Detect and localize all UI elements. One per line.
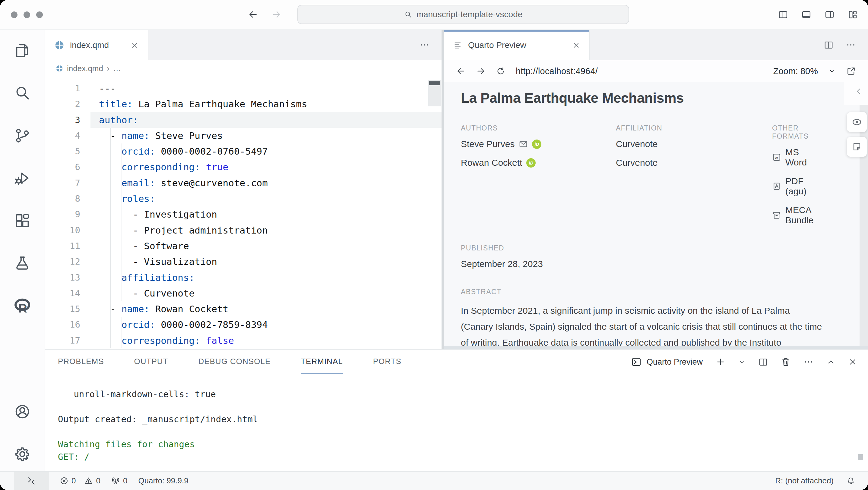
tab-problems[interactable]: PROBLEMS: [58, 350, 104, 374]
toggle-secondary-sidebar-icon[interactable]: [825, 10, 835, 20]
author-name: Rowan Cockett: [461, 158, 522, 168]
code-line[interactable]: corresponding: false: [91, 333, 441, 348]
new-terminal-icon[interactable]: [715, 357, 726, 367]
toggle-sidebar-icon[interactable]: [778, 10, 788, 20]
breadcrumb-more[interactable]: …: [113, 64, 121, 73]
panel-more-actions-icon[interactable]: [803, 357, 814, 367]
code-line[interactable]: email: steve@curvenote.com: [91, 175, 441, 191]
breadcrumb-file[interactable]: index.qmd: [67, 64, 103, 73]
r-session-status[interactable]: R: (not attached): [775, 476, 834, 486]
ports-status[interactable]: 0: [111, 476, 127, 486]
quarto-version-status[interactable]: Quarto: 99.9.9: [138, 476, 188, 486]
settings-gear-icon[interactable]: [14, 446, 31, 463]
more-actions-icon[interactable]: [846, 40, 856, 50]
code-line[interactable]: author:: [91, 112, 441, 128]
close-tab-icon[interactable]: [131, 41, 139, 50]
back-arrow-icon[interactable]: [248, 9, 258, 20]
line-number: 7: [45, 175, 91, 191]
code-content[interactable]: ---title: La Palma Earthquake Mechanisms…: [91, 76, 441, 349]
code-line[interactable]: orcid: 0000-0002-7859-8394: [91, 317, 441, 332]
remote-indicator[interactable]: [14, 471, 49, 490]
split-editor-icon[interactable]: [824, 40, 834, 50]
code-line[interactable]: title: La Palma Earthquake Mechanisms: [91, 96, 441, 112]
toggle-panel-icon[interactable]: [801, 10, 811, 20]
run-debug-icon[interactable]: [14, 170, 31, 187]
terminal-instance-label: Quarto Preview: [647, 357, 703, 367]
notifications-bell-icon[interactable]: [846, 477, 855, 486]
tab-index-qmd[interactable]: index.qmd: [45, 30, 148, 60]
format-link[interactable]: PDF (agu): [772, 176, 823, 196]
code-line[interactable]: affiliations:: [91, 270, 441, 285]
note-page-button[interactable]: [847, 137, 867, 157]
tab-quarto-preview[interactable]: Quarto Preview: [444, 30, 590, 60]
customize-layout-icon[interactable]: [848, 10, 858, 20]
preview-back-icon[interactable]: [456, 66, 466, 76]
source-control-icon[interactable]: [14, 127, 31, 144]
tab-output[interactable]: OUTPUT: [134, 350, 168, 374]
r-language-icon[interactable]: R: [13, 297, 31, 315]
email-icon[interactable]: [519, 139, 528, 149]
affiliation-value: Curvenote: [616, 139, 772, 149]
preview-forward-icon[interactable]: [476, 66, 486, 76]
quarto-preview-page: La Palma Earthquake Mechanisms AUTHORS S…: [444, 82, 868, 349]
reload-icon[interactable]: [496, 66, 505, 76]
scrollbar-thumb[interactable]: [429, 81, 440, 85]
code-line[interactable]: roles:: [91, 191, 441, 206]
extensions-icon[interactable]: [14, 212, 31, 229]
code-line[interactable]: - Curvenote: [91, 285, 441, 301]
maximize-panel-chevron-up-icon[interactable]: [826, 357, 835, 366]
editor-split-divider[interactable]: [441, 30, 444, 349]
code-line[interactable]: - Software: [91, 238, 441, 254]
editor-scrollbar[interactable]: [428, 80, 441, 106]
explorer-files-icon[interactable]: [14, 42, 31, 59]
terminal-instance[interactable]: Quarto Preview: [631, 357, 703, 367]
minimize-window-button[interactable]: [24, 11, 30, 18]
tab-debug-console[interactable]: DEBUG CONSOLE: [198, 350, 271, 374]
line-number: 14: [45, 285, 91, 301]
affiliation-value: Curvenote: [616, 158, 772, 168]
terminal-output[interactable]: unroll-markdown-cells: true Output creat…: [45, 374, 868, 471]
collapse-chevron-left-icon[interactable]: [854, 87, 863, 96]
kill-terminal-trash-icon[interactable]: [781, 357, 791, 367]
problems-status[interactable]: 0 0: [60, 476, 100, 486]
preview-url[interactable]: http://localhost:4964/: [516, 66, 598, 76]
line-numbers: 1234567891011121314151617: [45, 76, 91, 349]
account-icon[interactable]: [14, 403, 31, 420]
code-line[interactable]: - name: Steve Purves: [91, 128, 441, 143]
code-line[interactable]: orcid: 0000-0002-0760-5497: [91, 143, 441, 159]
close-window-button[interactable]: [11, 11, 18, 18]
chevron-down-icon[interactable]: [828, 67, 836, 75]
forward-arrow-icon[interactable]: [272, 9, 282, 20]
code-line[interactable]: - Visualization: [91, 254, 441, 269]
orcid-icon[interactable]: iD: [532, 139, 541, 149]
tab-label: Quarto Preview: [468, 40, 526, 50]
code-line[interactable]: - name: Rowan Cockett: [91, 301, 441, 317]
more-actions-icon[interactable]: [419, 40, 430, 50]
close-tab-icon[interactable]: [572, 41, 580, 50]
search-sidebar-icon[interactable]: [14, 85, 31, 102]
tab-terminal[interactable]: TERMINAL: [301, 350, 343, 374]
open-external-icon[interactable]: [846, 66, 856, 76]
code-line[interactable]: ---: [91, 80, 441, 96]
split-terminal-icon[interactable]: [758, 357, 768, 367]
terminal-scrollbar[interactable]: [858, 454, 863, 460]
zoom-window-button[interactable]: [36, 11, 43, 18]
code-line[interactable]: corresponding: true: [91, 159, 441, 175]
authors-column: AUTHORS Steve Purves iD Rowan Cockett: [461, 124, 616, 225]
format-link[interactable]: w MS Word: [772, 147, 823, 168]
visibility-eye-button[interactable]: [847, 112, 867, 132]
orcid-icon[interactable]: iD: [526, 158, 536, 168]
preview-bottom-scrollbar[interactable]: [444, 346, 868, 349]
zoom-level[interactable]: Zoom: 80%: [773, 66, 818, 76]
format-link[interactable]: MECA Bundle: [772, 205, 823, 225]
line-number: 11: [45, 238, 91, 254]
command-center-search[interactable]: manuscript-template-vscode: [298, 5, 629, 24]
terminal-dropdown-chevron-icon[interactable]: [738, 358, 746, 365]
testing-beaker-icon[interactable]: [14, 255, 31, 271]
tab-ports[interactable]: PORTS: [373, 350, 401, 374]
code-line[interactable]: - Investigation: [91, 206, 441, 222]
quarto-file-icon: [56, 64, 63, 72]
close-panel-icon[interactable]: [848, 357, 857, 366]
code-line[interactable]: - Project administration: [91, 222, 441, 238]
format-label: MECA Bundle: [785, 205, 823, 225]
